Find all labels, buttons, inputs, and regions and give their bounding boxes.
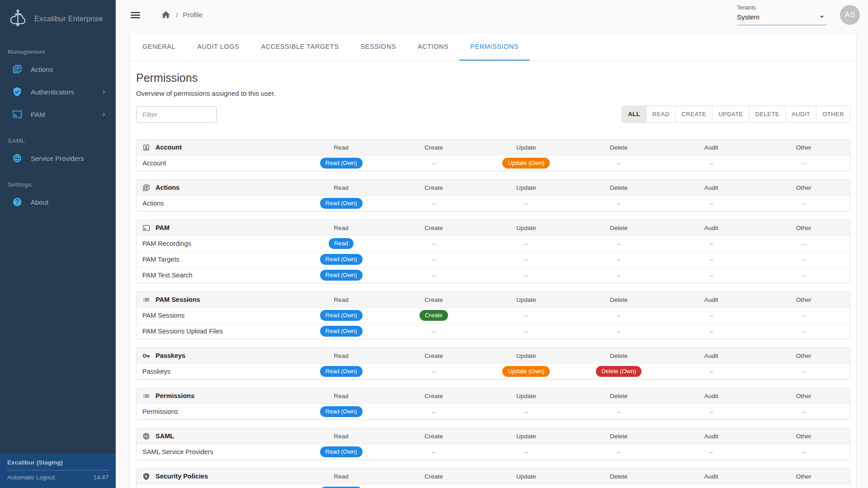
empty-permission: – (524, 272, 528, 279)
tenants-label: Tenants (737, 5, 827, 11)
empty-permission: – (524, 200, 528, 207)
column-header-audit: Audit (665, 296, 758, 303)
list-icon (142, 392, 150, 400)
empty-permission: – (802, 200, 806, 207)
sidebar-item-label: Authenticators (31, 88, 74, 96)
permission-name: Account (137, 160, 295, 167)
column-header-read: Read (295, 473, 387, 480)
column-header-other: Other (757, 393, 850, 399)
permission-row: Passkeys Read (Own)–Update (Own)Delete (… (137, 363, 850, 379)
section-title: Security Policies (156, 473, 208, 480)
sidebar-item-actions[interactable]: Actions (0, 58, 116, 80)
section-header-row: Passkeys ReadCreateUpdateDeleteAuditOthe… (137, 348, 850, 363)
tab-permissions[interactable]: PERMISSIONS (459, 33, 529, 61)
sidebar-item-about[interactable]: About (0, 191, 116, 213)
column-header-create: Create (387, 225, 480, 231)
column-header-read: Read (295, 433, 387, 440)
caret-down-icon (817, 12, 826, 21)
permission-row: Permissions Read (Own)––––– (137, 404, 850, 419)
empty-permission: – (802, 272, 806, 279)
permission-row: Account Read (Own)–Update (Own)––– (137, 155, 850, 171)
filter-button-audit[interactable]: AUDIT (785, 106, 816, 122)
column-header-other: Other (757, 473, 850, 480)
permission-badge: Update (Own) (502, 158, 550, 169)
filter-button-update[interactable]: UPDATE (712, 106, 749, 122)
menu-icon[interactable] (129, 9, 142, 21)
filter-button-read[interactable]: READ (646, 106, 675, 122)
section-header-row: Actions ReadCreateUpdateDeleteAuditOther (137, 180, 850, 195)
home-icon[interactable] (161, 10, 171, 20)
empty-permission: – (524, 312, 528, 319)
empty-permission: – (802, 368, 806, 375)
permissions-content: Permissions Overview of permissions assi… (130, 61, 856, 488)
permission-row: Actions Read (Own)––––– (137, 195, 850, 211)
permission-name: Passkeys (137, 368, 295, 375)
section-title: Account (156, 144, 182, 151)
section-header-row: SAML ReadCreateUpdateDeleteAuditOther (137, 428, 850, 444)
sidebar-item-service-providers[interactable]: Service Providers (0, 147, 116, 169)
empty-permission: – (709, 240, 713, 247)
avatar[interactable]: AS (840, 5, 860, 25)
permission-row: PAM Sessions Read (Own)Create–––– (137, 307, 850, 323)
filter-button-other[interactable]: OTHER (816, 106, 850, 122)
empty-permission: – (617, 256, 621, 263)
empty-permission: – (617, 328, 621, 335)
permission-section-account: Account ReadCreateUpdateDeleteAuditOther… (136, 139, 850, 171)
empty-permission: – (617, 200, 621, 207)
permission-name: PAM Targets (137, 256, 295, 263)
sidebar-item-authenticators[interactable]: Authenticators (0, 80, 116, 103)
empty-permission: – (709, 408, 713, 415)
permission-row: SAML Service Providers Read (Own)––––– (137, 444, 850, 460)
filter-button-all[interactable]: ALL (622, 106, 646, 122)
chevron-right-icon (100, 88, 108, 96)
empty-permission: – (709, 272, 713, 279)
tab-accessible-targets[interactable]: ACCESSIBLE TARGETS (250, 33, 349, 61)
tab-general[interactable]: GENERAL (132, 33, 186, 61)
column-header-create: Create (387, 296, 480, 303)
section-title: SAML (156, 432, 174, 440)
filter-input[interactable] (136, 106, 217, 123)
cast-icon (142, 224, 150, 232)
column-header-read: Read (295, 184, 387, 191)
main-area: / Profile Tenants System AS GENERALAUDIT… (116, 0, 868, 488)
sidebar-nav: Management Actions Authenticators PAM SA… (0, 34, 116, 454)
filter-button-create[interactable]: CREATE (675, 106, 712, 122)
tab-audit-logs[interactable]: AUDIT LOGS (186, 33, 250, 61)
permission-badge: Read (329, 238, 354, 249)
permission-name: Permissions (137, 408, 295, 415)
empty-permission: – (432, 256, 435, 263)
sidebar-item-label: Service Providers (31, 155, 84, 162)
sidebar-section-settings: Settings (0, 169, 116, 191)
environment-name: Excalibur (Staging) (7, 459, 108, 466)
cloud-sword-logo-icon (7, 8, 28, 29)
column-header-audit: Audit (665, 225, 758, 231)
permission-row: PAM Targets Read (Own)––––– (137, 251, 850, 267)
sidebar: Excalibur Enterprise Management Actions … (0, 0, 116, 488)
column-header-read: Read (295, 352, 387, 359)
empty-permission: – (709, 328, 713, 335)
sidebar-item-pam[interactable]: PAM (0, 103, 116, 126)
permission-badge: Read (Own) (320, 198, 363, 209)
column-header-create: Create (387, 144, 480, 151)
column-header-create: Create (387, 433, 480, 440)
empty-permission: – (617, 160, 621, 167)
column-header-update: Update (480, 144, 573, 151)
permission-section-saml: SAML ReadCreateUpdateDeleteAuditOther SA… (136, 428, 850, 460)
tab-sessions[interactable]: SESSIONS (349, 33, 407, 61)
column-header-update: Update (480, 352, 573, 359)
tab-actions[interactable]: ACTIONS (407, 33, 459, 61)
empty-permission: – (709, 368, 713, 375)
filter-button-delete[interactable]: DELETE (749, 106, 785, 122)
auto-logout-timer: 14:47 (93, 474, 108, 481)
empty-permission: – (432, 240, 435, 247)
permission-section-pam-sessions: PAM Sessions ReadCreateUpdateDeleteAudit… (136, 291, 850, 339)
permission-badge: Read (Own) (320, 406, 363, 417)
column-header-update: Update (480, 393, 573, 399)
section-header-row: PAM Sessions ReadCreateUpdateDeleteAudit… (137, 292, 850, 307)
empty-permission: – (432, 200, 435, 207)
tenant-value: System (737, 13, 760, 21)
column-header-other: Other (757, 433, 850, 440)
tenant-select[interactable]: System (737, 11, 827, 25)
column-header-delete: Delete (572, 184, 665, 191)
permission-badge: Read (Own) (320, 254, 363, 265)
